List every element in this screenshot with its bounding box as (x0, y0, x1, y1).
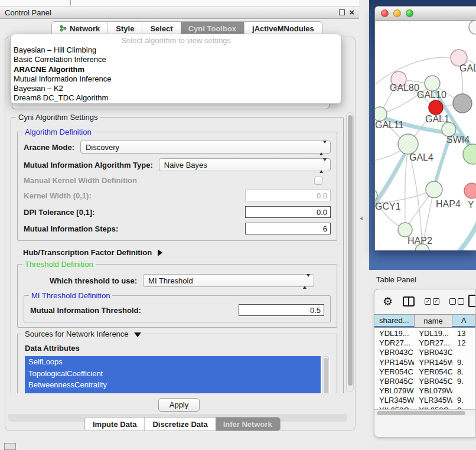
attributes-list-scrollbar[interactable] (322, 356, 329, 393)
top-divider-tick (70, 0, 71, 5)
mi-steps-field[interactable]: 6 (245, 223, 331, 234)
table-row[interactable]: YDL19...YDL19...13 (374, 329, 475, 338)
spinner-arrows-icon (303, 277, 310, 286)
table-cell: YBR045C (374, 377, 414, 386)
tab-network[interactable]: Network (52, 22, 107, 35)
table-cell: YDR27... (414, 338, 452, 348)
dpi-tolerance-label: DPI Tolerance [0,1]: (24, 208, 94, 217)
network-node-gal1[interactable] (429, 100, 443, 115)
attribute-item-topologicalcoefficient[interactable]: TopologicalCoefficient (25, 368, 321, 380)
node-label-y: Y (468, 200, 474, 210)
algorithm-popup-items: Bayesian – Hill ClimbingBasic Correlatio… (11, 45, 341, 103)
table-row[interactable]: YDR27...YDR27...12 (374, 338, 475, 348)
tab-style[interactable]: Style (107, 22, 142, 35)
select-all-columns-icon[interactable]: ✓✓ (425, 298, 439, 305)
network-window-titlebar[interactable] (375, 6, 476, 21)
bottom-tab-impute-data[interactable]: Impute Data (85, 418, 144, 431)
network-edge[interactable] (405, 146, 408, 229)
manual-kernel-checkbox[interactable] (314, 177, 322, 185)
zoom-traffic-light[interactable] (406, 9, 413, 17)
network-node-y[interactable] (464, 183, 476, 198)
tab-label: Select (150, 24, 172, 33)
table-cell: YDL19... (374, 329, 414, 338)
table-row[interactable]: YBR045CYBR045C9. (374, 377, 475, 386)
column-header-a[interactable]: A (452, 315, 475, 327)
aracne-mode-select[interactable]: Discovery (80, 141, 331, 154)
hub-factor-section-toggle[interactable]: Hub/Transcription Factor Definition (23, 248, 337, 257)
minimized-panel-icon[interactable] (4, 443, 16, 450)
network-view-window: GALGAL80GAL10GAL1GAL11SWI4GAL4GCY1HAP4YH… (374, 6, 476, 250)
algorithm-option-bayesian-k2[interactable]: Bayesian – K2 (11, 84, 341, 93)
network-node-hap4[interactable] (426, 181, 442, 198)
mi-threshold-field[interactable]: 0.5 (239, 304, 324, 316)
attribute-item-gal4rgexp[interactable]: gal4RGexp (25, 391, 321, 393)
cyni-algorithm-settings-group: Cyni Algorithm Settings Algorithm Defini… (11, 117, 344, 393)
attribute-item-betweennesscentrality[interactable]: BetweennessCentrality (25, 379, 321, 391)
kernel-width-field[interactable]: 0.0 (245, 190, 331, 201)
table-panel-title: Table Panel (376, 275, 416, 284)
which-threshold-select[interactable]: MI Threshold (143, 274, 314, 287)
table-row[interactable]: YLR345WYLR345W9. (374, 396, 475, 405)
sources-group: Sources for Network Inference Data Attri… (17, 334, 337, 393)
tab-select[interactable]: Select (142, 22, 180, 35)
table-row[interactable]: YER054CYER054C8. (374, 367, 475, 377)
collapsed-arrow-icon (158, 249, 162, 256)
table-row[interactable]: YBR043CYBR043C (374, 348, 475, 357)
threshold-definition-group: Threshold Definition Which threshold to … (17, 264, 337, 328)
gear-icon[interactable]: ⚙ (383, 296, 393, 307)
sources-section-toggle[interactable]: Sources for Network Inference (22, 330, 144, 338)
table-row[interactable]: YBL079WYBL079W (374, 386, 475, 396)
node-label-gal: GAL (459, 63, 476, 73)
sources-title: Sources for Network Inference (25, 330, 129, 338)
tab-cyni-toolbox[interactable]: Cyni Toolbox (181, 22, 244, 35)
table-cell: YPR145W (374, 358, 414, 367)
table-cell: 8. (452, 367, 475, 377)
table-row[interactable]: YPR145WYPR145W9. (374, 358, 475, 367)
network-node-gal10[interactable] (425, 76, 440, 91)
apply-button[interactable]: Apply (158, 398, 200, 412)
settings-scroll-area: Cyni Algorithm Settings Algorithm Defini… (8, 111, 346, 393)
network-node-hap2[interactable] (398, 223, 412, 237)
bottom-tab-infer-network[interactable]: Infer Network (216, 418, 280, 431)
algorithm-option-mutual-information-inference[interactable]: Mutual Information Inference (11, 74, 341, 84)
close-traffic-light[interactable] (381, 9, 389, 17)
close-icon[interactable]: × (349, 9, 354, 15)
table-cell: 13 (452, 329, 475, 338)
tab-label: Style (116, 24, 134, 33)
network-canvas[interactable]: GALGAL80GAL10GAL1GAL11SWI4GAL4GCY1HAP4YH… (375, 21, 476, 250)
network-node[interactable] (469, 21, 476, 34)
bottom-tab-discretize-data[interactable]: Discretize Data (144, 418, 215, 431)
float-window-icon[interactable] (339, 9, 345, 15)
column-header-shared[interactable]: shared... (374, 315, 415, 327)
deselect-all-columns-icon[interactable] (449, 298, 464, 305)
network-edge-thick[interactable] (435, 223, 476, 250)
algorithm-option-aracne-algorithm[interactable]: ARACNE Algorithm (11, 65, 341, 74)
splitter-collapse-icon[interactable] (360, 217, 363, 220)
minimize-traffic-light[interactable] (393, 9, 401, 17)
table-cell: YLR345W (414, 396, 452, 405)
network-node-gal11[interactable] (375, 107, 387, 121)
document-icon[interactable] (468, 295, 476, 307)
algorithm-option-bayesian-hill-climbing[interactable]: Bayesian – Hill Climbing (11, 45, 341, 55)
network-node-gal4[interactable] (398, 134, 418, 154)
algorithm-option-dream8-dc-tdc-algorithm[interactable]: Dream8 DC_TDC Algorithm (11, 93, 341, 103)
tab-label: jActiveMNodules (252, 24, 314, 33)
node-label-gal1: GAL1 (425, 114, 449, 124)
data-attributes-list: SelfLoopsTopologicalCoefficientBetweenne… (25, 356, 330, 393)
split-columns-icon[interactable] (403, 296, 415, 306)
settings-vertical-scrollbar[interactable] (346, 112, 354, 392)
tab-jactivemnodules[interactable]: jActiveMNodules (244, 22, 322, 35)
node-label-gal11: GAL11 (375, 120, 404, 130)
node-label-hap4: HAP4 (436, 199, 461, 209)
attribute-item-selfloops[interactable]: SelfLoops (25, 356, 321, 368)
table-horizontal-scrollbar[interactable] (374, 409, 475, 416)
algorithm-dropdown-popup: Select algorithm to view settings Bayesi… (11, 34, 341, 104)
network-node[interactable] (453, 94, 472, 113)
algorithm-option-basic-correlation-inference[interactable]: Basic Correlation Inference (11, 55, 341, 64)
node-label-gal10: GAL10 (417, 90, 446, 100)
column-header-name[interactable]: name (415, 315, 453, 327)
network-node[interactable] (463, 144, 476, 164)
node-label-gcy1: GCY1 (375, 201, 401, 211)
dpi-tolerance-field[interactable]: 0.0 (245, 206, 331, 218)
mi-type-select[interactable]: Naive Bayes (159, 158, 331, 171)
